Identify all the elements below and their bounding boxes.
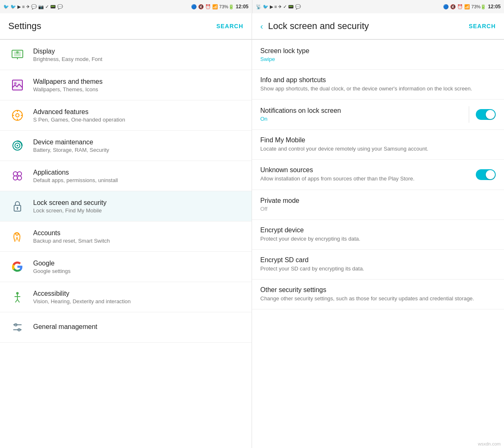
notifications-toggle-knob: [486, 110, 495, 119]
infoshortcuts-subtitle: Show app shortcuts, the dual clock, or t…: [260, 85, 496, 93]
settings-item-accounts[interactable]: Accounts Backup and reset, Smart Switch: [0, 222, 252, 252]
privatemode-text: Private mode Off: [260, 197, 496, 212]
device-text: Device maintenance Battery, Storage, RAM…: [33, 139, 243, 153]
settings-item-google[interactable]: Google Google settings: [0, 252, 252, 282]
screenlock-text: Screen lock type Swipe: [260, 47, 496, 62]
unknownsources-toggle-knob: [486, 170, 495, 179]
encryptdevice-text: Encrypt device Protect your device by en…: [260, 226, 496, 243]
security-item-othersecurity[interactable]: Other security settings Change other sec…: [252, 280, 504, 309]
encryptsd-text: Encrypt SD card Protect your SD card by …: [260, 256, 496, 273]
encryptsd-subtitle: Protect your SD card by encrypting its d…: [260, 265, 496, 273]
status-time-right: 12:05: [488, 4, 501, 10]
security-item-infoshortcuts[interactable]: Info and app shortcuts Show app shortcut…: [252, 70, 504, 100]
advanced-text: Advanced features S Pen, Games, One-hand…: [33, 108, 243, 123]
applications-title: Applications: [33, 169, 243, 176]
status-right-indicators-right: 🔵 🔇 ⏰ 📶 73%🔋: [443, 4, 486, 10]
right-panel: ‹ Lock screen and security SEARCH Screen…: [252, 13, 504, 448]
settings-item-wallpapers[interactable]: Wallpapers and themes Wallpapers, Themes…: [0, 70, 252, 100]
lockscreen-icon: [8, 197, 27, 215]
unknownsources-text: Unknown sources Allow installation of ap…: [260, 166, 476, 183]
google-text: Google Google settings: [33, 260, 243, 274]
othersecurity-title: Other security settings: [260, 286, 496, 294]
notifications-value: On: [260, 116, 462, 122]
svg-point-9: [16, 114, 19, 117]
left-search-button[interactable]: SEARCH: [216, 23, 243, 29]
svg-point-25: [16, 292, 19, 295]
general-icon: [8, 318, 27, 336]
accessibility-text: Accessibility Vision, Hearing, Dexterity…: [33, 290, 243, 304]
status-time-left: 12:05: [236, 4, 249, 10]
status-bar-left: 🐦 🐦 ▶ ≡ ✈ 💬 📷 ✓ 📟 💬 🔵 🔇 ⏰ 📶 73%🔋 12:05: [0, 0, 252, 13]
status-icons-left: 🐦 🐦 ▶ ≡ ✈ 💬 📷 ✓ 📟 💬: [3, 4, 63, 10]
lockscreen-text: Lock screen and security Lock screen, Fi…: [33, 199, 243, 214]
accessibility-icon: [8, 288, 27, 306]
security-item-screenlock[interactable]: Screen lock type Swipe: [252, 40, 504, 70]
security-list: Screen lock type Swipe Info and app shor…: [252, 40, 504, 448]
lockscreen-title: Lock screen and security: [33, 199, 243, 207]
svg-point-20: [17, 176, 22, 180]
wallpapers-title: Wallpapers and themes: [33, 78, 243, 85]
left-panel-title: Settings: [8, 21, 41, 32]
device-title: Device maintenance: [33, 139, 243, 146]
security-item-findmymobile[interactable]: Find My Mobile Locate and control your d…: [252, 130, 504, 160]
settings-list: Display Brightness, Easy mode, Font Wall…: [0, 40, 252, 448]
advanced-title: Advanced features: [33, 108, 243, 116]
display-subtitle: Brightness, Easy mode, Font: [33, 56, 243, 62]
status-bar: 🐦 🐦 ▶ ≡ ✈ 💬 📷 ✓ 📟 💬 🔵 🔇 ⏰ 📶 73%🔋 12:05 📡…: [0, 0, 504, 13]
settings-item-accessibility[interactable]: Accessibility Vision, Hearing, Dexterity…: [0, 282, 252, 312]
main-content: Settings SEARCH Display Brightness,: [0, 13, 504, 448]
divider: [469, 106, 469, 123]
encryptdevice-subtitle: Protect your device by encrypting its da…: [260, 235, 496, 243]
advanced-icon: [8, 106, 27, 124]
unknownsources-toggle[interactable]: [476, 169, 496, 180]
google-subtitle: Google settings: [33, 268, 243, 274]
svg-point-17: [13, 172, 17, 176]
screenlock-value: Swipe: [260, 56, 496, 62]
svg-rect-6: [12, 80, 22, 90]
general-text: General management: [33, 323, 243, 331]
svg-point-7: [14, 82, 17, 85]
settings-item-lockscreen[interactable]: Lock screen and security Lock screen, Fi…: [0, 191, 252, 222]
right-panel-header: ‹ Lock screen and security SEARCH: [252, 13, 504, 40]
privatemode-value: Off: [260, 206, 496, 212]
security-item-notifications[interactable]: Notifications on lock screen On: [252, 100, 504, 130]
accessibility-subtitle: Vision, Hearing, Dexterity and interacti…: [33, 298, 243, 304]
accessibility-title: Accessibility: [33, 290, 243, 297]
infoshortcuts-title: Info and app shortcuts: [260, 76, 496, 84]
google-icon: [8, 258, 27, 276]
security-item-unknownsources[interactable]: Unknown sources Allow installation of ap…: [252, 160, 504, 190]
display-text: Display Brightness, Easy mode, Font: [33, 48, 243, 62]
unknownsources-title: Unknown sources: [260, 166, 476, 174]
applications-text: Applications Default apps, permissions, …: [33, 169, 243, 183]
right-search-button[interactable]: SEARCH: [469, 23, 496, 29]
notifications-text: Notifications on lock screen On: [260, 107, 462, 122]
svg-line-29: [17, 299, 19, 302]
svg-point-24: [16, 233, 18, 235]
screenlock-title: Screen lock type: [260, 47, 496, 55]
notifications-toggle[interactable]: [476, 109, 496, 120]
security-item-encryptdevice[interactable]: Encrypt device Protect your device by en…: [252, 220, 504, 250]
svg-point-3: [16, 51, 19, 54]
wallpapers-icon: [8, 76, 27, 94]
settings-item-general[interactable]: General management: [0, 312, 252, 343]
security-item-encryptsd[interactable]: Encrypt SD card Protect your SD card by …: [252, 250, 504, 280]
findmymobile-text: Find My Mobile Locate and control your d…: [260, 136, 496, 153]
back-button[interactable]: ‹: [260, 22, 263, 31]
findmymobile-subtitle: Locate and control your device remotely …: [260, 145, 496, 153]
svg-line-28: [15, 299, 17, 302]
applications-icon: [8, 167, 27, 185]
privatemode-title: Private mode: [260, 197, 496, 205]
display-icon: [8, 46, 27, 64]
unknownsources-subtitle: Allow installation of apps from sources …: [260, 175, 476, 183]
settings-item-applications[interactable]: Applications Default apps, permissions, …: [0, 161, 252, 191]
settings-item-display[interactable]: Display Brightness, Easy mode, Font: [0, 40, 252, 70]
notifications-title: Notifications on lock screen: [260, 107, 462, 114]
security-item-privatemode[interactable]: Private mode Off: [252, 190, 504, 220]
advanced-subtitle: S Pen, Games, One-handed operation: [33, 117, 243, 123]
settings-item-device[interactable]: Device maintenance Battery, Storage, RAM…: [0, 131, 252, 161]
device-icon: [8, 136, 27, 155]
display-title: Display: [33, 48, 243, 55]
encryptdevice-title: Encrypt device: [260, 226, 496, 234]
settings-item-advanced[interactable]: Advanced features S Pen, Games, One-hand…: [0, 100, 252, 131]
accounts-subtitle: Backup and reset, Smart Switch: [33, 238, 243, 244]
